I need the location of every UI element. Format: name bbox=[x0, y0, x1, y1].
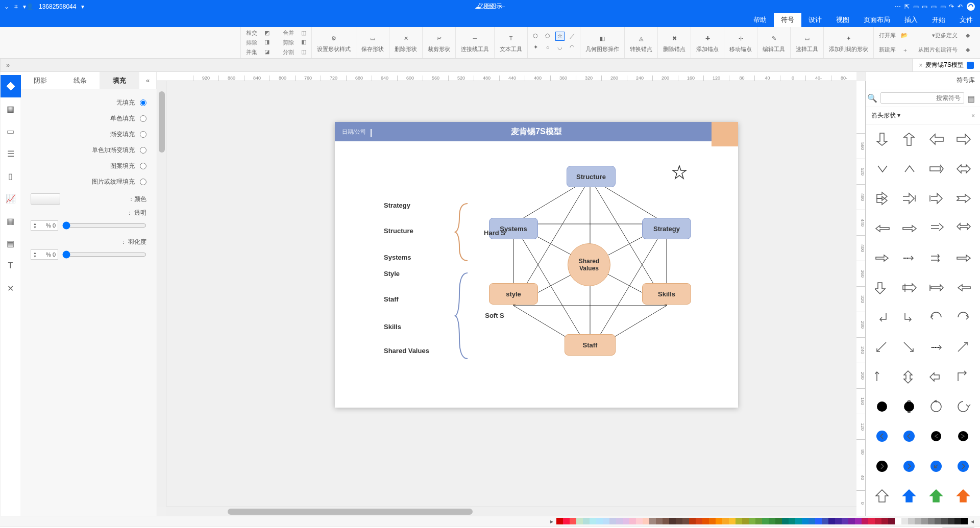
arrow-shape[interactable] bbox=[897, 158, 921, 180]
color-cell[interactable] bbox=[570, 518, 576, 524]
arrow-shape[interactable] bbox=[952, 247, 976, 269]
fill-option[interactable]: 图案填充 bbox=[31, 162, 146, 170]
arrow-shape[interactable] bbox=[870, 366, 894, 388]
arrow-shape[interactable] bbox=[897, 366, 921, 388]
color-cell[interactable] bbox=[769, 518, 775, 524]
color-cell[interactable] bbox=[603, 518, 609, 524]
color-cell[interactable] bbox=[682, 518, 689, 524]
prop-tab-line[interactable]: 线条 bbox=[60, 72, 100, 89]
tab-start[interactable]: 开始 bbox=[925, 13, 952, 27]
arrow-shape[interactable] bbox=[925, 129, 949, 150]
rg-move-anchor[interactable]: ⊹移动锚点 bbox=[724, 27, 757, 58]
opacity-slider[interactable] bbox=[62, 221, 146, 230]
arrow-shape[interactable] bbox=[952, 337, 976, 358]
color-cell[interactable] bbox=[915, 518, 921, 524]
color-cell[interactable] bbox=[775, 518, 782, 524]
tab-file[interactable]: 文件 bbox=[952, 13, 980, 27]
color-cell[interactable] bbox=[689, 518, 696, 524]
color-cell[interactable] bbox=[755, 518, 762, 524]
arrow-shape[interactable] bbox=[925, 158, 949, 180]
share-icon[interactable]: ⇱ bbox=[904, 3, 910, 10]
op-union[interactable]: 并集 bbox=[246, 48, 257, 56]
arrow-shape[interactable] bbox=[925, 396, 949, 417]
arrow-shape[interactable] bbox=[897, 337, 921, 358]
arrow-shape[interactable] bbox=[925, 456, 949, 477]
tabs-expand[interactable]: « bbox=[0, 59, 15, 71]
grid-icon[interactable]: ⌗ bbox=[14, 3, 18, 10]
fill-option[interactable]: 无填充 bbox=[31, 98, 146, 107]
canvas-viewport[interactable]: 麦肯锡7S模型 日期/公司 bbox=[166, 81, 856, 507]
tab-help[interactable]: 帮助 bbox=[746, 13, 774, 27]
color-cell[interactable] bbox=[868, 518, 875, 524]
prop-icon-table[interactable]: ▦ bbox=[1, 210, 21, 232]
redo-icon[interactable]: ↷ bbox=[949, 3, 954, 10]
color-cell[interactable] bbox=[583, 518, 590, 524]
node-soft-s[interactable]: Soft S bbox=[473, 305, 517, 326]
print-icon[interactable]: ▭ bbox=[922, 3, 927, 10]
color-cell[interactable] bbox=[696, 518, 702, 524]
arrow-shape[interactable] bbox=[925, 485, 949, 507]
saveas-icon[interactable]: ▭ bbox=[931, 3, 937, 10]
color-cell[interactable] bbox=[709, 518, 716, 524]
prop-icon-layers[interactable]: ☰ bbox=[1, 142, 21, 165]
shape-arc1[interactable]: ◠ bbox=[568, 43, 577, 52]
colorbar-prev[interactable]: ◂ bbox=[968, 518, 977, 525]
shape-line[interactable]: ／ bbox=[568, 32, 577, 41]
shape-star[interactable]: ☆ bbox=[555, 32, 565, 41]
rg-shape-style[interactable]: ⚙设置形状样式 bbox=[311, 27, 356, 58]
close-tab-icon[interactable]: × bbox=[919, 62, 922, 69]
color-cell[interactable] bbox=[649, 518, 656, 524]
shape-pentagon[interactable]: ⬠ bbox=[543, 32, 552, 41]
user-name[interactable]: 13682558044 bbox=[39, 3, 76, 10]
color-cell[interactable] bbox=[901, 518, 908, 524]
prop-icon-fill[interactable] bbox=[1, 75, 21, 97]
color-cell[interactable] bbox=[848, 518, 855, 524]
color-cell[interactable] bbox=[789, 518, 795, 524]
color-cell[interactable] bbox=[842, 518, 848, 524]
node-structure[interactable]: Structure bbox=[567, 166, 616, 187]
arrow-shape[interactable] bbox=[870, 188, 894, 209]
arrow-shape[interactable] bbox=[952, 158, 976, 180]
arrow-shape[interactable] bbox=[952, 366, 976, 388]
more-icon[interactable]: ⋯ bbox=[895, 3, 901, 10]
rg-crop-shape[interactable]: ✂裁剪形状 bbox=[422, 27, 455, 58]
prop-icon-random[interactable]: ✕ bbox=[1, 277, 21, 299]
arrow-shape[interactable] bbox=[870, 307, 894, 328]
color-cell[interactable] bbox=[815, 518, 822, 524]
diagram-page[interactable]: 麦肯锡7S模型 日期/公司 bbox=[335, 122, 738, 408]
arrow-shape[interactable] bbox=[952, 277, 976, 298]
color-cell[interactable] bbox=[596, 518, 603, 524]
rg-conv-anchor[interactable]: ◬转换锚点 bbox=[624, 27, 657, 58]
color-cell[interactable] bbox=[782, 518, 789, 524]
arrow-shape[interactable] bbox=[925, 337, 949, 358]
color-picker[interactable] bbox=[31, 193, 60, 205]
opacity-value[interactable]: 0 %▲▼ bbox=[31, 220, 58, 231]
tab-insert[interactable]: 插入 bbox=[897, 13, 925, 27]
color-cell[interactable] bbox=[742, 518, 749, 524]
arrow-shape[interactable] bbox=[952, 485, 976, 507]
arrow-shape[interactable] bbox=[897, 396, 921, 417]
arrow-shape[interactable] bbox=[870, 129, 894, 150]
arrow-shape[interactable] bbox=[870, 277, 894, 298]
color-cell[interactable] bbox=[636, 518, 643, 524]
arrow-shape[interactable] bbox=[870, 158, 894, 180]
arrow-shape[interactable] bbox=[925, 307, 949, 328]
color-cell[interactable] bbox=[609, 518, 616, 524]
color-cell[interactable] bbox=[629, 518, 636, 524]
prop-icon-image[interactable]: ▭ bbox=[1, 120, 21, 142]
color-cell[interactable] bbox=[676, 518, 682, 524]
vertical-scrollbar[interactable] bbox=[157, 81, 166, 507]
btn-open-lib[interactable]: 📂打开库 bbox=[879, 32, 908, 39]
color-cell[interactable] bbox=[881, 518, 888, 524]
color-cell[interactable] bbox=[749, 518, 755, 524]
arrow-shape[interactable] bbox=[870, 396, 894, 417]
document-tab[interactable]: 麦肯锡7S模型 × bbox=[912, 59, 980, 71]
node-hard-s[interactable]: Hard S bbox=[473, 222, 517, 243]
rg-geom-ops[interactable]: ◧几何图形操作 bbox=[580, 27, 624, 58]
node-skills[interactable]: Skills bbox=[642, 283, 691, 305]
color-cell[interactable] bbox=[941, 518, 948, 524]
export-icon[interactable]: ▭ bbox=[913, 3, 919, 10]
colorbar-next[interactable]: ▸ bbox=[547, 518, 556, 525]
chevron-down-icon[interactable]: ⌄ bbox=[4, 3, 9, 10]
color-cell[interactable] bbox=[702, 518, 709, 524]
